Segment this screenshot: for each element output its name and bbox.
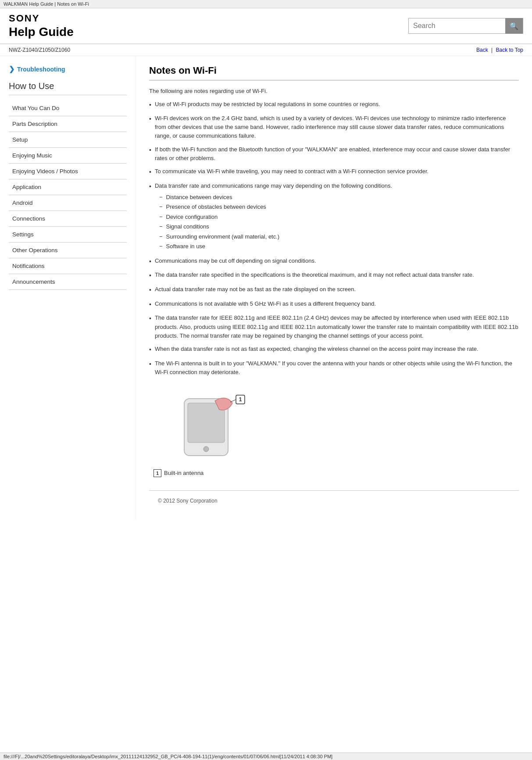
chevron-right-icon: ❯ bbox=[9, 65, 14, 73]
list-item: The data transfer rate specified in the … bbox=[149, 271, 519, 281]
troubleshooting-link[interactable]: ❯ Troubleshooting bbox=[9, 65, 127, 73]
sidebar-item-other-operations[interactable]: Other Operations bbox=[9, 243, 127, 258]
sub-list-item-text: Device configuration bbox=[166, 213, 218, 221]
browser-title: WALKMAN Help Guide | Notes on Wi-Fi bbox=[4, 1, 89, 7]
sidebar-item: Enjoying Videos / Photos bbox=[9, 164, 127, 179]
sidebar-item-notifications[interactable]: Notifications bbox=[9, 258, 127, 274]
header-branding: SONY Help Guide bbox=[9, 13, 74, 39]
antenna-label-row: 1 Built-in antenna bbox=[154, 469, 519, 477]
list-item: Data transfer rate and communications ra… bbox=[149, 182, 519, 252]
sidebar-item-application[interactable]: Application bbox=[9, 179, 127, 195]
svg-text:1: 1 bbox=[239, 396, 242, 403]
sidebar-item: What You Can Do bbox=[9, 100, 127, 116]
model-number: NWZ-Z1040/Z1050/Z1060 bbox=[9, 47, 70, 53]
sidebar-item-android[interactable]: Android bbox=[9, 195, 127, 211]
main-content: Notes on Wi-Fi The following are notes r… bbox=[136, 56, 532, 520]
list-item-text: To communicate via Wi-Fi while traveling… bbox=[155, 167, 519, 176]
list-item: The Wi-Fi antenna is built in to your "W… bbox=[149, 359, 519, 377]
list-item-text: When the data transfer rate is not as fa… bbox=[155, 345, 519, 353]
sub-list-item-text: Surrounding environment (wall material, … bbox=[166, 232, 280, 241]
list-item-text: Wi-Fi devices work on the 2.4 GHz band, … bbox=[155, 114, 519, 140]
browser-title-bar: WALKMAN Help Guide | Notes on Wi-Fi bbox=[0, 0, 532, 8]
list-item-text: Use of Wi-Fi products may be restricted … bbox=[155, 100, 519, 109]
list-item: To communicate via Wi-Fi while traveling… bbox=[149, 167, 519, 177]
list-item: Actual data transfer rate may not be as … bbox=[149, 285, 519, 295]
sub-list-item-text: Software in use bbox=[166, 242, 206, 251]
sidebar-item-what-you-can-do[interactable]: What You Can Do bbox=[9, 100, 127, 116]
list-item-content: Data transfer rate and communications ra… bbox=[155, 182, 519, 252]
nav-links: Back | Back to Top bbox=[476, 47, 523, 53]
antenna-label-text: Built-in antenna bbox=[164, 470, 204, 476]
sidebar-item: Settings bbox=[9, 227, 127, 243]
sub-list-item: Distance between devices bbox=[159, 193, 519, 202]
nav-bar: NWZ-Z1040/Z1050/Z1060 Back | Back to Top bbox=[0, 44, 532, 56]
copyright-text: © 2012 Sony Corporation bbox=[158, 498, 218, 504]
list-item-text: The Wi-Fi antenna is built in to your "W… bbox=[155, 359, 519, 377]
sub-list-item: Signal conditions bbox=[159, 222, 519, 231]
sub-list-item-text: Presence of obstacles between devices bbox=[166, 203, 266, 211]
sidebar-item: Enjoying Music bbox=[9, 148, 127, 164]
sidebar-item: Other Operations bbox=[9, 243, 127, 258]
search-icon: 🔍 bbox=[510, 22, 518, 30]
sub-list-item: Software in use bbox=[159, 242, 519, 251]
device-illustration: 1 bbox=[158, 390, 254, 460]
sub-list-item: Surrounding environment (wall material, … bbox=[159, 232, 519, 241]
list-item-text: Data transfer rate and communications ra… bbox=[155, 182, 392, 189]
list-item-text: If both the Wi-Fi function and the Bluet… bbox=[155, 145, 519, 163]
page-header: SONY Help Guide 🔍 bbox=[0, 8, 532, 44]
list-item: Communications is not available with 5 G… bbox=[149, 300, 519, 310]
list-item: When the data transfer rate is not as fa… bbox=[149, 345, 519, 355]
sub-list-item-text: Signal conditions bbox=[166, 222, 209, 231]
list-item-text: The data transfer rate specified in the … bbox=[155, 271, 519, 279]
sidebar-item: Parts Description bbox=[9, 116, 127, 132]
nav-separator: | bbox=[491, 47, 493, 53]
sidebar-item-setup[interactable]: Setup bbox=[9, 132, 127, 147]
list-item-text: Communications is not available with 5 G… bbox=[155, 300, 519, 308]
bullet-list: Use of Wi-Fi products may be restricted … bbox=[149, 100, 519, 377]
list-item-text: Communications may be cut off depending … bbox=[155, 257, 519, 265]
list-item: Use of Wi-Fi products may be restricted … bbox=[149, 100, 519, 110]
list-item-text: The data transfer rate for IEEE 802.11g … bbox=[155, 314, 519, 340]
sub-list-item-text: Distance between devices bbox=[166, 193, 232, 202]
svg-point-2 bbox=[204, 446, 209, 452]
sidebar-nav: What You Can Do Parts Description Setup … bbox=[9, 100, 127, 290]
main-container: ❯ Troubleshooting How to Use What You Ca… bbox=[0, 56, 532, 520]
search-box: 🔍 bbox=[408, 18, 523, 34]
sony-logo: SONY bbox=[9, 13, 74, 24]
sidebar-item-connections[interactable]: Connections bbox=[9, 211, 127, 226]
search-button[interactable]: 🔍 bbox=[505, 18, 523, 34]
sidebar-item: Announcements bbox=[9, 274, 127, 290]
sidebar: ❯ Troubleshooting How to Use What You Ca… bbox=[0, 56, 136, 520]
list-item: Communications may be cut off depending … bbox=[149, 257, 519, 267]
sidebar-item-settings[interactable]: Settings bbox=[9, 227, 127, 242]
intro-text: The following are notes regarding use of… bbox=[149, 87, 519, 96]
sidebar-item: Setup bbox=[9, 132, 127, 148]
sidebar-item: Notifications bbox=[9, 258, 127, 274]
sidebar-item-enjoying-videos[interactable]: Enjoying Videos / Photos bbox=[9, 164, 127, 179]
sidebar-item: Connections bbox=[9, 211, 127, 227]
sub-list-item: Device configuration bbox=[159, 213, 519, 221]
device-svg: 1 bbox=[158, 390, 254, 460]
sub-list: Distance between devices Presence of obs… bbox=[159, 193, 519, 251]
list-item: If both the Wi-Fi function and the Bluet… bbox=[149, 145, 519, 163]
list-item: The data transfer rate for IEEE 802.11g … bbox=[149, 314, 519, 340]
antenna-number-box: 1 bbox=[154, 469, 161, 477]
content-title: Notes on Wi-Fi bbox=[149, 65, 519, 81]
help-guide-title: Help Guide bbox=[9, 25, 74, 39]
how-to-use-title: How to Use bbox=[9, 81, 127, 95]
sidebar-item-parts-description[interactable]: Parts Description bbox=[9, 116, 127, 132]
back-to-top-link[interactable]: Back to Top bbox=[496, 47, 523, 53]
footer: © 2012 Sony Corporation bbox=[149, 490, 519, 511]
sidebar-item-enjoying-music[interactable]: Enjoying Music bbox=[9, 148, 127, 163]
sidebar-item: Android bbox=[9, 195, 127, 211]
list-item: Wi-Fi devices work on the 2.4 GHz band, … bbox=[149, 114, 519, 140]
sub-list-item: Presence of obstacles between devices bbox=[159, 203, 519, 211]
back-link[interactable]: Back bbox=[476, 47, 488, 53]
search-input[interactable] bbox=[409, 18, 505, 33]
svg-line-5 bbox=[230, 400, 236, 402]
troubleshooting-label: Troubleshooting bbox=[17, 66, 65, 73]
sidebar-item-announcements[interactable]: Announcements bbox=[9, 274, 127, 289]
sidebar-item: Application bbox=[9, 179, 127, 195]
list-item-text: Actual data transfer rate may not be as … bbox=[155, 285, 519, 294]
